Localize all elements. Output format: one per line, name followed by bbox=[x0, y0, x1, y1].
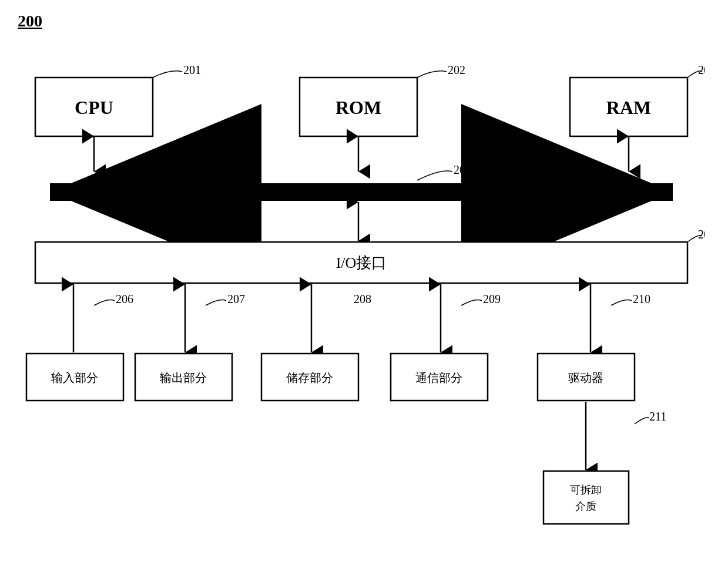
svg-rect-48 bbox=[544, 471, 629, 524]
svg-rect-44 bbox=[538, 354, 635, 401]
svg-text:I/O接口: I/O接口 bbox=[336, 254, 387, 271]
svg-text:204: 204 bbox=[454, 163, 471, 176]
svg-text:201: 201 bbox=[183, 63, 201, 76]
svg-text:通信部分: 通信部分 bbox=[415, 371, 462, 384]
svg-text:202: 202 bbox=[448, 63, 465, 76]
svg-rect-42 bbox=[391, 354, 488, 401]
svg-text:207: 207 bbox=[227, 292, 245, 305]
svg-rect-8 bbox=[35, 78, 153, 136]
svg-text:209: 209 bbox=[483, 292, 501, 305]
svg-text:206: 206 bbox=[116, 292, 133, 305]
svg-text:203: 203 bbox=[698, 63, 705, 76]
svg-rect-38 bbox=[135, 354, 232, 401]
svg-rect-10 bbox=[570, 78, 687, 136]
svg-text:208: 208 bbox=[354, 292, 371, 305]
svg-text:205: 205 bbox=[698, 228, 705, 241]
svg-rect-23 bbox=[35, 242, 687, 283]
svg-text:可拆卸: 可拆卸 bbox=[570, 484, 602, 496]
svg-text:ROM: ROM bbox=[336, 97, 381, 118]
figure-label: 200 bbox=[18, 12, 42, 31]
svg-text:210: 210 bbox=[633, 292, 650, 305]
svg-text:介质: 介质 bbox=[575, 500, 596, 512]
svg-text:CPU: CPU bbox=[75, 97, 113, 118]
svg-rect-40 bbox=[261, 354, 358, 401]
svg-text:储存部分: 储存部分 bbox=[286, 371, 333, 384]
svg-text:RAM: RAM bbox=[606, 97, 651, 118]
svg-rect-36 bbox=[26, 354, 123, 401]
svg-rect-9 bbox=[300, 78, 417, 136]
svg-text:211: 211 bbox=[649, 410, 666, 423]
svg-text:驱动器: 驱动器 bbox=[568, 371, 603, 384]
svg-text:输出部分: 输出部分 bbox=[160, 371, 207, 384]
svg-text:输入部分: 输入部分 bbox=[51, 371, 98, 384]
